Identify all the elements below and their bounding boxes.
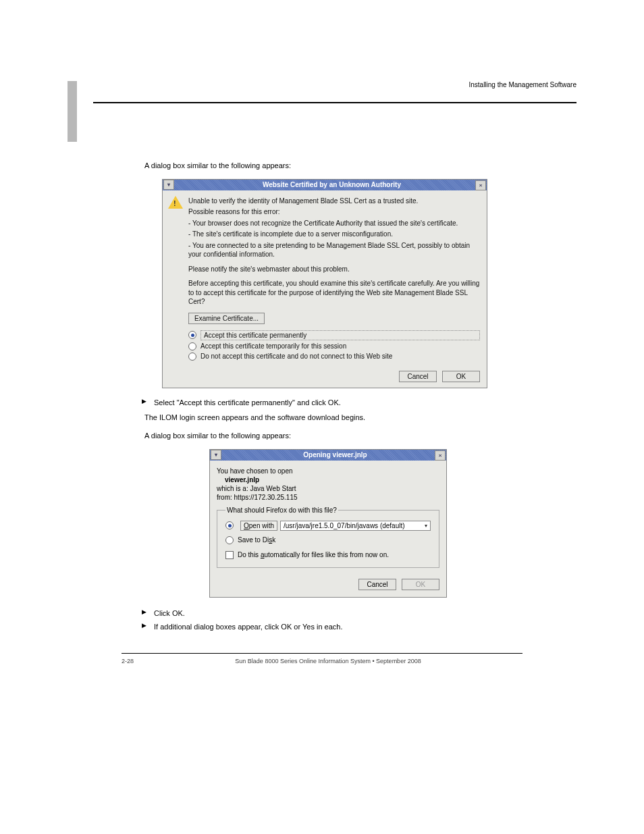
footer-page: 2-28 (122, 658, 134, 664)
radio-accept-session[interactable]: Accept this certificate temporarily for … (188, 342, 480, 350)
bullet-icon: ▶ (142, 622, 154, 633)
cert-reasons-label: Possible reasons for this error: (188, 207, 480, 217)
warning-icon (168, 196, 183, 211)
radio-deny-label: Do not accept this certificate and do no… (200, 353, 392, 360)
save-to-disk-label: Save to Disk (238, 536, 275, 544)
cert-notify: Please notify the site's webmaster about… (188, 265, 480, 274)
bullet-additional: If additional dialog boxes appear, click… (154, 622, 576, 633)
bullet-icon: ▶ (142, 608, 154, 619)
dl-from: from: https://172.30.25.115 (217, 494, 439, 501)
radio-icon (188, 342, 196, 350)
window-menu-button[interactable]: ▾ (163, 180, 174, 190)
auto-label: Do this automatically for files like thi… (238, 551, 389, 558)
radio-icon (188, 331, 196, 339)
ok-button[interactable]: OK (442, 371, 480, 382)
bullet-click-ok: Click OK. (154, 608, 576, 619)
close-button[interactable]: × (475, 180, 486, 190)
close-icon: × (479, 182, 483, 188)
download-title: Opening viewer.jnlp (224, 451, 446, 459)
bullet-accept-perm: Select "Accept this certificate permanen… (154, 398, 576, 409)
chevron-down-icon: ▾ (167, 182, 170, 188)
cert-reason3: - You are connected to a site pretending… (188, 241, 480, 259)
dl-chosen: You have chosen to open (217, 467, 439, 475)
radio-icon (225, 536, 234, 544)
cert-line-unable: Unable to verify the identity of Managem… (188, 197, 480, 206)
radio-icon (225, 521, 234, 529)
section-tab (68, 81, 77, 142)
open-with-button[interactable]: Open with (240, 521, 277, 531)
header-right: Installing the Management Software (147, 81, 576, 88)
cert-before: Before accepting this certificate, you s… (188, 279, 480, 307)
dl-which: which is a: Java Web Start (217, 485, 439, 492)
chevron-down-icon: ▾ (215, 452, 217, 458)
examine-certificate-button[interactable]: Examine Certificate... (188, 313, 265, 324)
cert-reason1: - Your browser does not recognize the Ce… (188, 219, 480, 228)
chevron-down-icon: ▾ (425, 523, 427, 529)
open-with-combo[interactable]: /usr/java/jre1.5.0_07/bin/javaws (defaul… (280, 521, 431, 531)
cancel-button[interactable]: Cancel (358, 579, 396, 590)
radio-open-with[interactable]: Open with /usr/java/jre1.5.0_07/bin/java… (225, 521, 431, 531)
checkbox-icon (225, 551, 234, 559)
radio-save-to-disk[interactable]: Save to Disk (225, 536, 431, 544)
radio-deny[interactable]: Do not accept this certificate and do no… (188, 353, 480, 361)
open-with-value: /usr/java/jre1.5.0_07/bin/javaws (defaul… (284, 522, 405, 529)
cancel-button[interactable]: Cancel (399, 371, 437, 382)
cert-dialog: ▾ Website Certified by an Unknown Author… (162, 179, 487, 388)
cert-titlebar: ▾ Website Certified by an Unknown Author… (163, 180, 487, 190)
window-menu-button[interactable]: ▾ (211, 450, 221, 460)
close-icon: × (439, 452, 442, 459)
cert-intro: A dialog box similar to the following ap… (144, 161, 549, 172)
close-button[interactable]: × (435, 450, 446, 461)
ok-button[interactable]: OK (402, 579, 439, 590)
radio-perm-label: Accept this certificate permanently (200, 330, 480, 340)
download-intro-1: The ILOM login screen appears and the so… (144, 413, 549, 423)
download-action-group: What should Firefox do with this file? O… (217, 506, 439, 568)
download-titlebar: ▾ Opening viewer.jnlp × (210, 450, 446, 461)
footer-title: Sun Blade 8000 Series Online Information… (235, 658, 421, 664)
radio-icon (188, 353, 196, 361)
cert-title: Website Certified by an Unknown Authorit… (177, 181, 487, 188)
dl-file: viewer.jnlp (225, 476, 439, 484)
bullet-icon: ▶ (142, 398, 154, 409)
download-dialog: ▾ Opening viewer.jnlp × You have chosen … (209, 449, 447, 598)
checkbox-auto[interactable]: Do this automatically for files like thi… (225, 551, 431, 559)
download-intro-2: A dialog box similar to the following ap… (144, 431, 549, 442)
radio-accept-permanently[interactable]: Accept this certificate permanently (188, 330, 480, 340)
download-legend: What should Firefox do with this file? (225, 506, 338, 514)
radio-temp-label: Accept this certificate temporarily for … (200, 342, 346, 350)
cert-reason2: - The site's certificate is incomplete d… (188, 230, 480, 239)
